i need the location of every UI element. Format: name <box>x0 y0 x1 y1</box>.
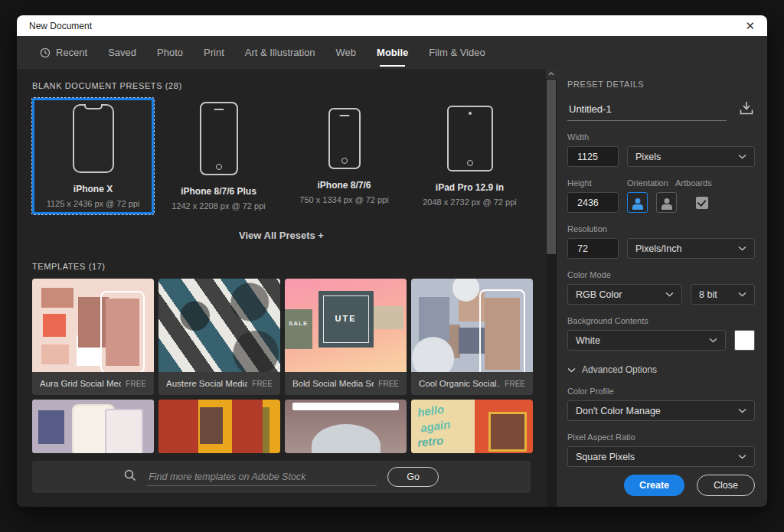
template-thumbnail <box>32 400 154 453</box>
background-color-swatch[interactable] <box>734 330 755 351</box>
background-contents-label: Background Contents <box>567 316 755 325</box>
preset-card-ipad[interactable]: iPad Pro 12.9 in 2048 x 2732 px @ 72 ppi <box>409 98 531 214</box>
stock-search-input[interactable] <box>147 468 377 486</box>
width-label: Width <box>567 132 755 142</box>
color-mode-dropdown[interactable]: RGB Color <box>567 284 682 305</box>
color-profile-dropdown[interactable]: Don't Color Manage <box>567 400 755 421</box>
preset-name: iPad Pro 12.9 in <box>436 182 504 193</box>
template-card[interactable]: helloagainretro <box>411 400 533 453</box>
background-contents-value: White <box>576 335 600 346</box>
tab-art-illustration[interactable]: Art & Illustration <box>245 36 315 69</box>
resolution-unit-value: Pixels/Inch <box>635 243 681 254</box>
thumbnail-text: SALE <box>289 320 308 327</box>
tab-bar: Recent Saved Photo Print Art & Illustrat… <box>17 36 767 69</box>
chevron-down-icon <box>665 292 674 297</box>
scrollbar[interactable] <box>546 69 557 507</box>
create-button[interactable]: Create <box>624 475 684 496</box>
tab-recent[interactable]: Recent <box>40 36 87 69</box>
template-name: Aura Grid Social Med... <box>40 379 121 388</box>
preset-name: iPhone X <box>74 184 113 194</box>
template-thumbnail <box>411 279 533 372</box>
template-card[interactable]: Aura Grid Social Med... FREE <box>32 279 154 395</box>
width-unit-dropdown[interactable]: Pixels <box>627 146 755 167</box>
chevron-down-icon <box>738 154 746 159</box>
document-name-row <box>567 100 755 121</box>
pixel-aspect-ratio-row: Square Pixels <box>567 446 755 467</box>
template-card[interactable]: Austere Social Media... FREE <box>158 279 280 395</box>
orientation-portrait-button[interactable] <box>627 192 648 213</box>
chevron-down-icon <box>738 408 746 413</box>
save-preset-icon[interactable] <box>738 100 755 119</box>
preset-dimensions: 750 x 1334 px @ 72 ppi <box>299 195 388 204</box>
scroll-up-arrow-icon[interactable] <box>546 69 557 79</box>
close-button[interactable]: Close <box>697 475 755 496</box>
preset-details-panel: PRESET DETAILS Width Pixels He <box>557 69 767 507</box>
preset-row: iPhone X 1125 x 2436 px @ 72 ppi iPhone … <box>32 98 531 214</box>
color-profile-row: Don't Color Manage <box>567 400 755 421</box>
pixel-aspect-ratio-value: Square Pixels <box>576 452 635 462</box>
chevron-down-icon <box>738 246 746 251</box>
preset-dimensions: 2048 x 2732 px @ 72 ppi <box>423 197 516 207</box>
clock-icon <box>40 47 51 58</box>
advanced-options-toggle[interactable]: Advanced Options <box>567 364 755 375</box>
tab-mobile[interactable]: Mobile <box>377 36 408 69</box>
background-contents-dropdown[interactable]: White <box>567 330 726 351</box>
preset-card-iphone[interactable]: iPhone 8/7/6 750 x 1334 px @ 72 ppi <box>283 98 405 214</box>
resolution-input[interactable] <box>567 238 619 259</box>
template-badge: FREE <box>126 380 146 388</box>
search-icon <box>124 469 136 485</box>
view-all-presets-link[interactable]: View All Presets + <box>32 230 531 243</box>
device-icon <box>328 108 361 169</box>
color-mode-label: Color Mode <box>567 270 755 279</box>
artboards-label: Artboards <box>675 178 712 188</box>
device-icon <box>73 104 114 173</box>
document-name-input[interactable] <box>567 100 727 121</box>
advanced-options-label: Advanced Options <box>582 364 657 375</box>
chevron-down-icon <box>738 292 746 297</box>
template-card[interactable]: SALEUTE Bold Social Media Set FREE <box>285 279 407 395</box>
template-thumbnail: helloagainretro <box>411 400 533 453</box>
height-input[interactable] <box>567 192 619 213</box>
template-card[interactable] <box>32 400 154 453</box>
pixel-aspect-ratio-dropdown[interactable]: Square Pixels <box>567 446 755 467</box>
resolution-row: Pixels/Inch <box>567 238 755 259</box>
artboards-checkbox[interactable] <box>696 197 708 209</box>
orientation-landscape-button[interactable] <box>656 192 677 213</box>
template-thumbnail: SALEUTE <box>285 279 407 372</box>
scrollbar-thumb[interactable] <box>547 80 556 254</box>
template-card[interactable]: Cool Organic Social... FREE <box>411 279 533 395</box>
template-label-bar: Austere Social Media... FREE <box>158 372 280 395</box>
close-icon[interactable]: ✕ <box>745 20 755 31</box>
bit-depth-value: 8 bit <box>699 289 717 300</box>
template-thumbnail <box>158 279 280 372</box>
resolution-unit-dropdown[interactable]: Pixels/Inch <box>627 238 755 259</box>
device-icon <box>447 106 493 171</box>
template-card[interactable] <box>158 400 280 453</box>
tab-print[interactable]: Print <box>204 36 224 69</box>
templates-header: TEMPLATES (17) <box>32 262 531 271</box>
template-thumbnail <box>32 279 154 372</box>
tab-web[interactable]: Web <box>336 36 357 69</box>
screen: New Document ✕ Recent Saved Photo Print … <box>0 0 784 532</box>
portrait-person-icon <box>632 198 643 210</box>
dialog-action-buttons: Create Close <box>624 475 755 496</box>
thumbnail-text: UTE <box>335 314 357 323</box>
tab-saved[interactable]: Saved <box>108 36 136 69</box>
adobe-stock-search-bar: Go <box>32 461 531 493</box>
bit-depth-dropdown[interactable]: 8 bit <box>691 284 755 305</box>
preset-card-iphone-plus[interactable]: iPhone 8/7/6 Plus 1242 x 2208 px @ 72 pp… <box>158 98 279 214</box>
preset-card-iphone-x[interactable]: iPhone X 1125 x 2436 px @ 72 ppi <box>32 98 154 214</box>
chevron-down-icon <box>738 454 746 459</box>
width-input[interactable] <box>567 146 619 167</box>
template-card[interactable] <box>285 400 407 453</box>
orientation-label: Orientation <box>627 178 675 188</box>
tab-film-video[interactable]: Film & Video <box>429 36 485 69</box>
template-name: Cool Organic Social... <box>419 379 500 388</box>
tab-photo[interactable]: Photo <box>157 36 183 69</box>
landscape-person-icon <box>662 198 672 210</box>
template-thumbnail <box>158 400 280 453</box>
chevron-down-icon <box>709 338 717 343</box>
new-document-dialog: New Document ✕ Recent Saved Photo Print … <box>17 15 767 507</box>
template-thumbnail <box>285 400 407 453</box>
go-button[interactable]: Go <box>387 467 439 487</box>
